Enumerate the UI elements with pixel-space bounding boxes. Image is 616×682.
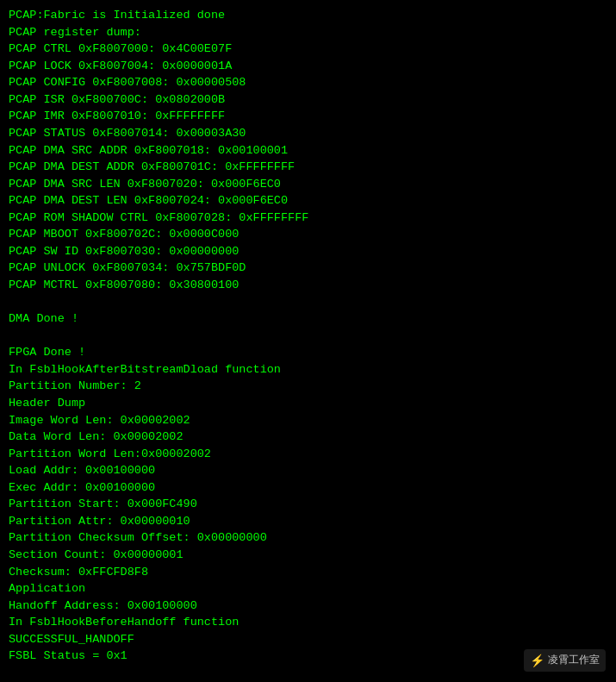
watermark-label: 凌霄工作室 (548, 653, 600, 667)
watermark-icon: ⚡ (530, 652, 544, 669)
watermark: ⚡ 凌霄工作室 (524, 649, 606, 672)
terminal-window: PCAP:Fabric is Initialized done PCAP reg… (0, 0, 616, 682)
terminal-output: PCAP:Fabric is Initialized done PCAP reg… (9, 7, 607, 665)
